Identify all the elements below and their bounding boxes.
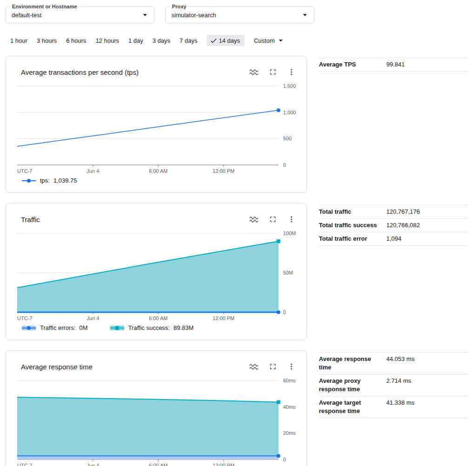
more-options-button[interactable] [286,361,297,372]
caret-down-icon [140,10,150,20]
environment-select[interactable]: Environment or Hostname default-test [6,7,154,23]
chart-type-button[interactable] [249,361,260,372]
chart-title: Average transactions per second (tps) [21,68,249,76]
stat-label: Average target response time [319,399,386,415]
filter-bar: Environment or Hostname default-test Pro… [0,0,476,23]
time-range-label: 7 days [179,37,197,44]
legend-item-traffic-success: Traffic success:89.83M [110,324,194,331]
chart-card-header: Average response time [6,351,306,372]
time-range-3-hours[interactable]: 3 hours [37,35,57,46]
time-range-14-days[interactable]: 14 days [207,35,245,46]
time-range-label: 1 hour [10,37,27,44]
legend-item-tps: tps:1,039.75 [22,177,77,184]
x-axis-label: 12:00 PM [212,463,234,466]
x-axis-label: UTC-7 [17,463,32,466]
y-axis-label: 1,500 [283,83,296,89]
chart-card-response-time: Average response time60ms40ms20ms0UTC-7J… [6,350,307,466]
time-range-label: 3 hours [37,37,57,44]
fullscreen-button[interactable] [267,66,278,78]
legend-series-name: tps: [40,177,50,184]
legend-series-value: 0M [79,324,88,331]
chart-type-button[interactable] [249,214,260,225]
time-range-12-hours[interactable]: 12 hours [96,35,119,46]
more-options-button[interactable] [286,214,297,225]
y-axis-label: 0 [283,309,286,315]
x-axis-label: 6:00 AM [149,463,167,466]
time-range-6-hours[interactable]: 6 hours [66,35,86,46]
proxy-select-label: Proxy [170,4,189,10]
stat-row: Average response time44.053 ms [319,352,468,374]
caret-down-icon [140,10,150,20]
x-axis-label: Jun 4 [87,315,99,321]
chart-title: Traffic [21,216,249,223]
chart-type-icon [249,214,260,225]
x-axis-label: Jun 4 [87,463,99,466]
chart-plot-traffic: 100M50M0UTC-7Jun 46:00 AM12:00 PM [17,233,278,312]
chart-actions [249,361,297,372]
chart-card-tps: Average transactions per second (tps)1,5… [6,56,307,193]
more-options-button[interactable] [286,66,297,78]
more-options-icon [287,67,296,77]
time-range-custom[interactable]: Custom [254,35,285,46]
x-axis-label: 12:00 PM [212,168,234,174]
chart-actions [249,66,297,78]
y-axis-label: 500 [283,136,291,141]
proxy-select-value: simulator-search [172,12,300,19]
stat-label: Total traffic success [319,221,386,230]
x-axis-label: UTC-7 [17,168,32,174]
y-axis-label: 100M [283,230,296,236]
caret-down-icon [276,36,285,45]
stats-table: Average TPS99.841 [319,56,468,72]
proxy-performance-dashboard: Environment or Hostname default-test Pro… [0,0,476,466]
time-range-1-hour[interactable]: 1 hour [10,35,27,46]
time-range-7-days[interactable]: 7 days [179,35,197,46]
stat-value: 44.053 ms [386,355,415,363]
time-range-label: 12 hours [96,37,119,44]
y-axis-label: 60ms [283,378,296,383]
chart-card-traffic: Traffic100M50M0UTC-7Jun 46:00 AM12:00 PM… [6,203,307,340]
chart-legend: tps:1,039.75 [22,177,306,184]
stat-value: 2.714 ms [386,377,411,385]
legend-series-name: Traffic errors: [40,324,76,331]
chart-title: Average response time [21,363,249,371]
chart-type-button[interactable] [249,66,260,78]
proxy-select[interactable]: Proxy simulator-search [165,7,314,23]
time-range-label: 1 day [128,37,143,44]
y-axis-label: 0 [283,457,286,462]
fullscreen-icon [268,215,278,224]
chart-canvas [17,86,278,165]
y-axis-label: 20ms [283,430,296,436]
time-range-label: 3 days [152,37,170,44]
stat-label: Total traffic [319,208,386,216]
stat-row: Average target response time41.338 ms [319,396,468,418]
stat-label: Average response time [319,355,386,372]
dashboard: Average transactions per second (tps)1,5… [0,56,476,466]
fullscreen-icon [268,67,278,77]
time-range-3-days[interactable]: 3 days [152,35,170,46]
chart-type-icon [249,361,260,372]
legend-series-name: Traffic success: [128,324,170,331]
fullscreen-button[interactable] [267,361,278,372]
chart-actions [249,214,297,225]
y-axis-label: 40ms [283,404,296,410]
stat-row: Average TPS99.841 [319,58,468,72]
time-range-label: 14 days [219,37,240,44]
stat-value: 41.338 ms [386,399,415,407]
dashboard-row: Average response time60ms40ms20ms0UTC-7J… [6,350,476,466]
fullscreen-button[interactable] [267,214,278,225]
chart-canvas [17,233,278,312]
chart-plot-tps: 1,5001,0005000UTC-7Jun 46:00 AM12:00 PM [17,86,278,165]
caret-down-icon [300,10,310,20]
legend-series-value: 89.83M [173,324,193,331]
caret-down-icon [300,10,310,20]
x-axis-label: UTC-7 [17,315,32,321]
legend-swatch [22,178,36,184]
legend-swatch [22,325,36,331]
x-axis-label: 6:00 AM [149,315,167,321]
time-range-1-day[interactable]: 1 day [128,35,143,46]
chart-plot-response-time: 60ms40ms20ms0UTC-7Jun 46:00 AM12:00 PM [17,381,278,459]
legend-item-traffic-errors: Traffic errors:0M [22,324,88,331]
stat-value: 120,767,176 [386,208,420,216]
chart-type-icon [249,66,260,78]
x-axis-label: 12:00 PM [212,315,234,321]
